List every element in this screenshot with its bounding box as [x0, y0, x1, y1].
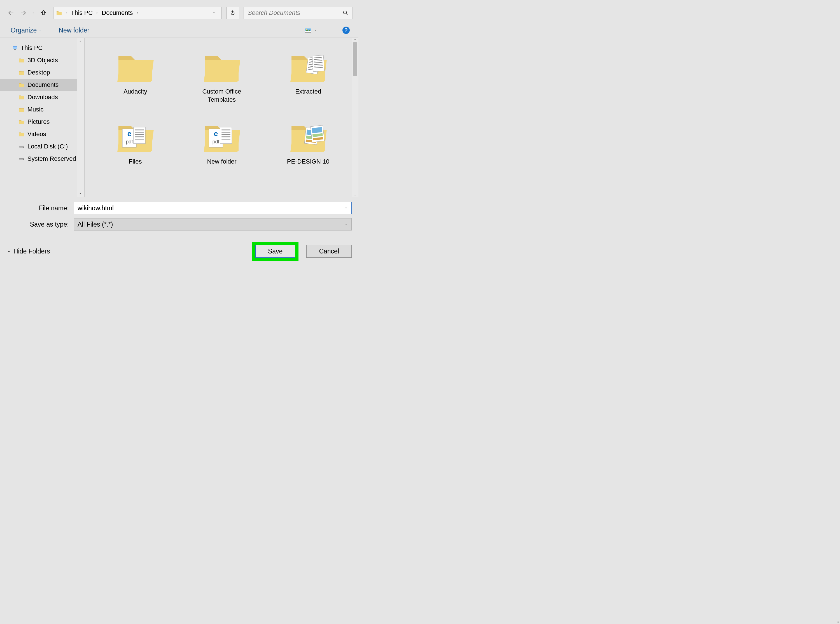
- cancel-button[interactable]: Cancel: [306, 245, 352, 258]
- help-button[interactable]: [342, 26, 350, 34]
- tree-item-label: Desktop: [28, 69, 50, 76]
- organize-label: Organize: [11, 26, 37, 34]
- save-button-highlight: Save: [252, 242, 299, 261]
- tree-item-label: Documents: [28, 81, 59, 88]
- folder-icon: [19, 119, 25, 125]
- scroll-down-icon[interactable]: [77, 190, 84, 197]
- file-item-label: Custom Office Templates: [194, 88, 250, 103]
- tree-item[interactable]: Videos: [0, 128, 84, 140]
- filename-dropdown-icon[interactable]: [344, 206, 348, 210]
- tree-item[interactable]: 3D Objects: [0, 54, 84, 66]
- navigation-tree: This PC3D ObjectsDesktopDocumentsDownloa…: [0, 38, 84, 197]
- file-item[interactable]: Extracted: [266, 43, 350, 111]
- filename-field[interactable]: [74, 202, 352, 214]
- save-type-label: Save as type:: [7, 221, 74, 228]
- save-button[interactable]: Save: [255, 245, 295, 258]
- address-bar[interactable]: This PC Documents: [53, 7, 222, 19]
- tree-item-label: 3D Objects: [28, 57, 58, 64]
- forward-button[interactable]: [19, 9, 28, 17]
- file-item-label: Extracted: [295, 88, 321, 96]
- folder-icon: [287, 43, 329, 85]
- navigation-bar: This PC Documents: [0, 0, 358, 23]
- filename-label: File name:: [7, 204, 74, 212]
- file-item[interactable]: New folder: [180, 113, 264, 181]
- up-button[interactable]: [39, 9, 48, 17]
- address-dropdown[interactable]: [212, 11, 219, 15]
- save-form: File name: Save as type: All Files (*.*): [0, 197, 358, 233]
- search-input[interactable]: [248, 9, 342, 17]
- folder-icon: [19, 57, 25, 63]
- scroll-up-icon[interactable]: [77, 38, 84, 45]
- chevron-down-icon: [344, 222, 348, 226]
- folder-icon: [19, 82, 25, 88]
- folder-icon: [114, 43, 156, 85]
- tree-item[interactable]: Downloads: [0, 91, 84, 103]
- address-segment-1[interactable]: Documents: [102, 9, 133, 17]
- file-item-label: New folder: [207, 158, 236, 166]
- address-segment-0[interactable]: This PC: [71, 9, 92, 17]
- tree-item-label: Pictures: [28, 118, 49, 125]
- organize-button[interactable]: Organize: [11, 26, 42, 34]
- filename-input[interactable]: [77, 204, 344, 212]
- nav-buttons: [7, 9, 48, 17]
- toolbar: Organize New folder: [0, 23, 358, 38]
- save-type-dropdown[interactable]: All Files (*.*): [74, 218, 352, 230]
- tree-item-label: Music: [28, 106, 43, 113]
- search-box[interactable]: [244, 7, 353, 19]
- address-root-icon: [56, 10, 62, 16]
- tree-item-label: System Reserved: [28, 155, 76, 162]
- tree-item[interactable]: Pictures: [0, 116, 84, 128]
- tree-item[interactable]: This PC: [0, 42, 84, 54]
- recent-dropdown[interactable]: [31, 9, 35, 17]
- content-area: This PC3D ObjectsDesktopDocumentsDownloa…: [0, 38, 358, 197]
- tree-item-label: Local Disk (C:): [28, 143, 68, 150]
- folder-icon: [19, 70, 25, 75]
- chevron-right-icon[interactable]: [136, 11, 139, 15]
- folder-icon: [201, 43, 243, 85]
- folder-icon: [287, 113, 329, 156]
- chevron-right-icon[interactable]: [96, 11, 99, 15]
- search-icon[interactable]: [342, 10, 348, 16]
- new-folder-label: New folder: [59, 26, 89, 34]
- folder-icon: [19, 107, 25, 112]
- folder-icon: [19, 131, 25, 137]
- folder-icon: [201, 113, 243, 156]
- file-item[interactable]: Audacity: [94, 43, 177, 111]
- back-button[interactable]: [7, 9, 15, 17]
- tree-item[interactable]: Local Disk (C:): [0, 140, 84, 153]
- file-item[interactable]: Custom Office Templates: [180, 43, 264, 111]
- scroll-up-icon[interactable]: [353, 38, 357, 41]
- file-item-label: Files: [129, 158, 142, 166]
- tree-item-label: Downloads: [28, 94, 58, 101]
- save-type-value: All Files (*.*): [77, 221, 113, 228]
- pc-icon: [12, 45, 18, 51]
- file-item[interactable]: PE-DESIGN 10: [266, 113, 350, 181]
- svg-point-26: [344, 11, 347, 14]
- tree-item[interactable]: Desktop: [0, 66, 84, 79]
- folder-icon: [114, 113, 156, 156]
- view-options-button[interactable]: [305, 28, 317, 33]
- dialog-footer: Hide Folders Save Cancel: [0, 233, 358, 266]
- save-dialog: This PC Documents: [0, 0, 358, 266]
- drive-icon: [19, 156, 25, 162]
- scroll-down-icon[interactable]: [353, 193, 357, 197]
- tree-item-label: Videos: [28, 131, 46, 138]
- tree-scrollbar[interactable]: [77, 38, 84, 197]
- folder-icon: [19, 94, 25, 100]
- tree-item[interactable]: Music: [0, 103, 84, 116]
- chevron-right-icon[interactable]: [65, 11, 68, 15]
- file-item[interactable]: Files: [94, 113, 177, 181]
- tree-item[interactable]: Documents: [0, 79, 84, 91]
- drive-icon: [19, 144, 25, 149]
- fileview-scrollbar[interactable]: [352, 38, 358, 197]
- tree-item-label: This PC: [21, 44, 43, 51]
- file-item-label: PE-DESIGN 10: [287, 158, 330, 166]
- hide-folders-button[interactable]: Hide Folders: [7, 247, 50, 255]
- hide-folders-label: Hide Folders: [14, 247, 50, 255]
- file-list[interactable]: AudacityCustom Office TemplatesExtracted…: [84, 38, 358, 197]
- file-item-label: Audacity: [123, 88, 147, 96]
- refresh-button[interactable]: [226, 7, 239, 19]
- new-folder-button[interactable]: New folder: [59, 26, 89, 34]
- tree-item[interactable]: System Reserved: [0, 153, 84, 165]
